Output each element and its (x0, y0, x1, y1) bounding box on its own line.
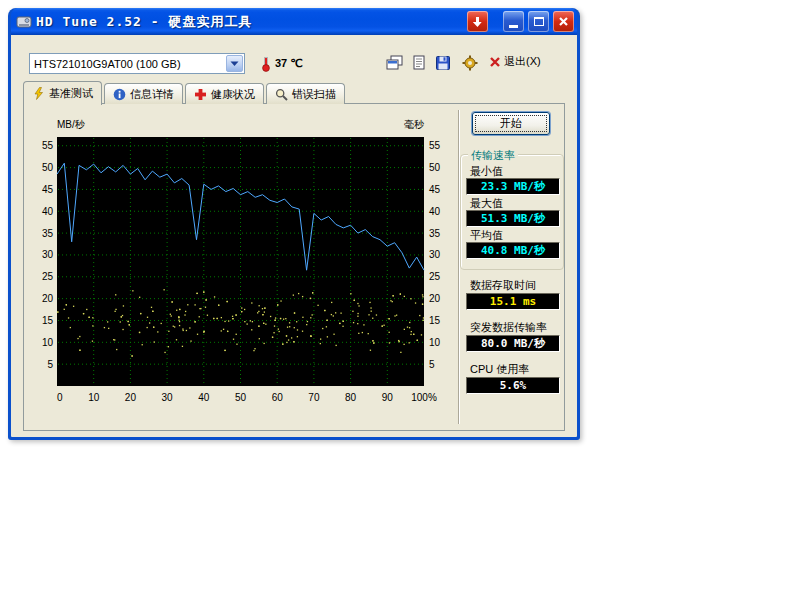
drive-temperature: 37 ℃ (275, 57, 303, 70)
update-download-button[interactable] (467, 11, 488, 32)
thermometer-icon (261, 54, 271, 75)
svg-text:60: 60 (272, 392, 284, 403)
exit-x-icon (489, 56, 501, 68)
magnifier-icon (275, 88, 288, 101)
svg-text:5: 5 (47, 359, 53, 370)
svg-text:80: 80 (345, 392, 357, 403)
min-value: 23.3 MB/秒 (466, 178, 560, 195)
tab-error-scan[interactable]: 错误扫描 (266, 83, 345, 104)
start-button[interactable]: 开始 (472, 112, 550, 135)
svg-text:0: 0 (57, 392, 63, 403)
copy-screenshot-button[interactable] (383, 52, 407, 74)
svg-text:90: 90 (382, 392, 394, 403)
tab-info[interactable]: 信息详情 (104, 83, 183, 104)
avg-value: 40.8 MB/秒 (466, 242, 560, 259)
min-label: 最小值 (470, 164, 503, 179)
svg-text:40: 40 (42, 206, 54, 217)
svg-text:45: 45 (429, 184, 441, 195)
svg-text:10: 10 (429, 337, 441, 348)
svg-text:35: 35 (429, 228, 441, 239)
copy-info-button[interactable] (407, 52, 431, 74)
tab-benchmark-label: 基准测试 (49, 86, 93, 101)
svg-text:55: 55 (429, 140, 441, 151)
max-value: 51.3 MB/秒 (466, 210, 560, 227)
cpu-usage-value: 5.6% (466, 377, 560, 394)
save-icon (435, 55, 451, 71)
svg-text:55: 55 (42, 140, 54, 151)
svg-text:毫秒: 毫秒 (404, 119, 425, 130)
copy-screenshot-icon (386, 55, 404, 71)
svg-text:20: 20 (125, 392, 137, 403)
exit-label: 退出(X) (504, 54, 541, 69)
svg-text:15: 15 (429, 315, 441, 326)
tabstrip: 基准测试 信息详情 健康状况 错误扫描 (23, 81, 345, 104)
svg-text:20: 20 (42, 293, 54, 304)
svg-text:10: 10 (42, 337, 54, 348)
svg-text:45: 45 (42, 184, 54, 195)
burst-rate-label: 突发数据传输率 (470, 320, 547, 335)
svg-text:30: 30 (42, 249, 54, 260)
svg-text:50: 50 (429, 162, 441, 173)
tab-info-label: 信息详情 (130, 87, 174, 102)
window-title: HD Tune 2.52 - 硬盘实用工具 (36, 13, 463, 31)
titlebar[interactable]: HD Tune 2.52 - 硬盘实用工具 (11, 8, 577, 35)
access-time-label: 数据存取时间 (470, 278, 536, 293)
cpu-usage-label: CPU 使用率 (470, 362, 529, 377)
svg-text:35: 35 (42, 228, 54, 239)
maximize-icon (534, 17, 544, 26)
svg-text:15: 15 (42, 315, 54, 326)
tab-benchmark[interactable]: 基准测试 (23, 81, 102, 105)
svg-text:30: 30 (162, 392, 174, 403)
svg-text:100%: 100% (411, 392, 437, 403)
health-cross-icon (194, 88, 207, 101)
close-icon (558, 16, 569, 27)
drive-select[interactable]: HTS721010G9AT00 (100 GB) (29, 53, 245, 74)
svg-text:70: 70 (308, 392, 320, 403)
svg-text:10: 10 (88, 392, 100, 403)
avg-label: 平均值 (470, 228, 503, 243)
benchmark-panel: 5510101515202025253030353540404545505055… (23, 103, 565, 431)
drive-select-arrow[interactable] (226, 55, 243, 72)
svg-text:30: 30 (429, 249, 441, 260)
svg-text:40: 40 (198, 392, 210, 403)
svg-text:MB/秒: MB/秒 (57, 119, 86, 130)
minimize-button[interactable] (503, 11, 524, 32)
svg-text:25: 25 (42, 271, 54, 282)
svg-text:40: 40 (429, 206, 441, 217)
tab-error-scan-label: 错误扫描 (292, 87, 336, 102)
maximize-button[interactable] (528, 11, 549, 32)
tab-health-label: 健康状况 (211, 87, 255, 102)
svg-text:5: 5 (429, 359, 435, 370)
tab-health[interactable]: 健康状况 (185, 83, 264, 104)
drive-select-value: HTS721010G9AT00 (100 GB) (30, 58, 225, 70)
hdtune-window: HD Tune 2.52 - 硬盘实用工具 HTS721010G9AT00 (1… (8, 8, 580, 440)
download-arrow-icon (472, 16, 483, 28)
transfer-rate-title: 传输速率 (468, 148, 518, 163)
benchmark-chart: 5510101515202025253030353540404545505055… (28, 106, 458, 418)
info-icon (113, 88, 126, 101)
copy-info-icon (411, 55, 427, 71)
max-label: 最大值 (470, 196, 503, 211)
chevron-down-icon (230, 61, 239, 67)
svg-text:50: 50 (42, 162, 54, 173)
svg-text:50: 50 (235, 392, 247, 403)
svg-text:20: 20 (429, 293, 441, 304)
app-icon (16, 14, 32, 30)
svg-text:25: 25 (429, 271, 441, 282)
gear-icon (462, 55, 478, 71)
minimize-icon (509, 25, 518, 28)
access-time-value: 15.1 ms (466, 293, 560, 310)
burst-rate-value: 80.0 MB/秒 (466, 335, 560, 352)
exit-button[interactable]: 退出(X) (489, 54, 541, 69)
save-screenshot-button[interactable] (431, 52, 455, 74)
options-button[interactable] (458, 52, 482, 74)
benchmark-icon (32, 87, 45, 100)
window-body: HTS721010G9AT00 (100 GB) 37 ℃ 退出(X) (11, 35, 577, 437)
close-button[interactable] (553, 11, 574, 32)
